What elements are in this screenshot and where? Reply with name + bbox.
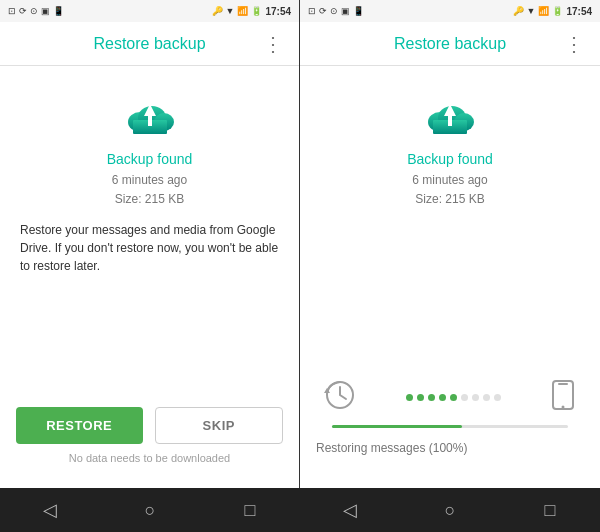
content-right: Backup found 6 minutes ago Size: 215 KB [300, 66, 600, 488]
dot-3 [428, 394, 435, 401]
status-bar-left: ⊡ ⟳ ⊙ ▣ 📱 🔑 ▼ 📶 🔋 17:54 [0, 0, 299, 22]
progress-bar-fill [332, 425, 462, 428]
progress-area: Restoring messages (100%) [316, 371, 584, 472]
status-icon-sim: ⊡ [8, 6, 16, 16]
backup-size-right: Size: 215 KB [415, 192, 484, 206]
status-right-area: 🔑 ▼ 📶 🔋 17:54 [212, 6, 292, 17]
cloud-icon-right [420, 94, 480, 143]
status-icon-cast-r: ▣ [341, 6, 350, 16]
signal-icon-r: 📶 [538, 6, 549, 16]
status-bar-right: ⊡ ⟳ ⊙ ▣ 📱 🔑 ▼ 📶 🔋 17:54 [300, 0, 600, 22]
content-left: Backup found 6 minutes ago Size: 215 KB … [0, 66, 299, 488]
screen-left: ⊡ ⟳ ⊙ ▣ 📱 🔑 ▼ 📶 🔋 17:54 Restore backup ⋮ [0, 0, 300, 488]
backup-meta-left: 6 minutes ago Size: 215 KB [112, 171, 187, 209]
phone-icon [550, 379, 576, 415]
dot-7 [472, 394, 479, 401]
status-icon-phone-r: 📱 [353, 6, 364, 16]
backup-found-label-left: Backup found [107, 151, 193, 167]
dot-4 [439, 394, 446, 401]
time-display: 17:54 [265, 6, 291, 17]
status-icon-sim-r: ⊡ [308, 6, 316, 16]
status-right-right-area: 🔑 ▼ 📶 🔋 17:54 [513, 6, 593, 17]
home-button-left[interactable]: ○ [130, 490, 170, 530]
dots-track [356, 394, 550, 401]
restoring-text: Restoring messages (100%) [316, 441, 467, 455]
dot-8 [483, 394, 490, 401]
backup-found-label-right: Backup found [407, 151, 493, 167]
status-icon-cast: ▣ [41, 6, 50, 16]
app-bar-title-right: Restore backup [336, 35, 564, 53]
app-bar-left: Restore backup ⋮ [0, 22, 299, 66]
battery-icon: 🔋 [251, 6, 262, 16]
history-icon [324, 379, 356, 415]
dot-2 [417, 394, 424, 401]
back-button-right[interactable]: ◁ [330, 490, 370, 530]
svg-point-14 [562, 406, 565, 409]
nav-bar-right: ◁ ○ □ [300, 488, 600, 532]
app-bar-right: Restore backup ⋮ [300, 22, 600, 66]
time-display-r: 17:54 [566, 6, 592, 17]
warning-text-left: Restore your messages and media from Goo… [16, 221, 283, 275]
app-bar-title-left: Restore backup [36, 35, 263, 53]
svg-rect-13 [558, 383, 568, 385]
status-icon-location: ⊙ [30, 6, 38, 16]
backup-time-right: 6 minutes ago [412, 173, 487, 187]
lock-icon-r: 🔑 [513, 6, 524, 16]
status-icon-refresh-r: ⟳ [319, 6, 327, 16]
status-icon-refresh: ⟳ [19, 6, 27, 16]
cloud-icon-left [120, 94, 180, 143]
dot-9 [494, 394, 501, 401]
lock-icon: 🔑 [212, 6, 223, 16]
wifi-icon-r: ▼ [527, 6, 536, 16]
dot-1 [406, 394, 413, 401]
battery-icon-r: 🔋 [552, 6, 563, 16]
signal-icon: 📶 [237, 6, 248, 16]
svg-rect-12 [553, 381, 573, 409]
buttons-area-left: RESTORE SKIP [16, 407, 283, 444]
recent-button-right[interactable]: □ [530, 490, 570, 530]
restore-button[interactable]: RESTORE [16, 407, 143, 444]
nav-bar-container: ◁ ○ □ ◁ ○ □ [0, 488, 600, 532]
more-menu-icon-right[interactable]: ⋮ [564, 32, 584, 56]
recent-button-left[interactable]: □ [230, 490, 270, 530]
backup-meta-right: 6 minutes ago Size: 215 KB [412, 171, 487, 209]
status-icon-location-r: ⊙ [330, 6, 338, 16]
more-menu-icon-left[interactable]: ⋮ [263, 32, 283, 56]
back-button-left[interactable]: ◁ [30, 490, 70, 530]
backup-size-left: Size: 215 KB [115, 192, 184, 206]
dot-6 [461, 394, 468, 401]
progress-bar [332, 425, 568, 428]
progress-track [316, 379, 584, 415]
dot-5 [450, 394, 457, 401]
skip-button[interactable]: SKIP [155, 407, 284, 444]
wifi-icon: ▼ [226, 6, 235, 16]
home-button-right[interactable]: ○ [430, 490, 470, 530]
screen-right: ⊡ ⟳ ⊙ ▣ 📱 🔑 ▼ 📶 🔋 17:54 Restore backup ⋮ [300, 0, 600, 488]
status-left-icons: ⊡ ⟳ ⊙ ▣ 📱 [8, 6, 64, 16]
nav-bar-left: ◁ ○ □ [0, 488, 300, 532]
backup-time-left: 6 minutes ago [112, 173, 187, 187]
status-right-icons: ⊡ ⟳ ⊙ ▣ 📱 [308, 6, 364, 16]
no-data-text: No data needs to be downloaded [69, 452, 230, 464]
status-icon-phone: 📱 [53, 6, 64, 16]
